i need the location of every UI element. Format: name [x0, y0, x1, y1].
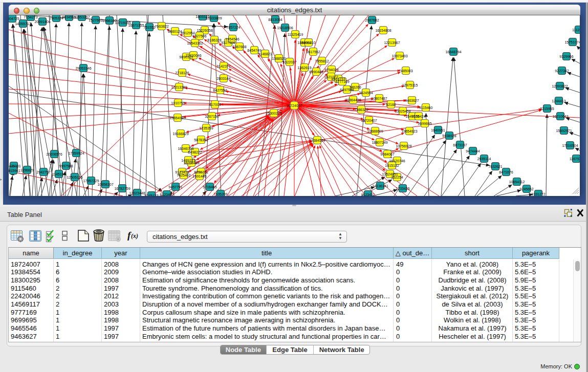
svg-text:8990410: 8990410: [301, 41, 315, 45]
svg-text:9331272: 9331272: [531, 192, 545, 196]
svg-text:17957225: 17957225: [83, 179, 99, 183]
svg-text:20691406: 20691406: [34, 20, 50, 24]
svg-text:29053346: 29053346: [75, 67, 91, 70]
svg-text:16543362: 16543362: [187, 41, 203, 45]
svg-text:10654112: 10654112: [509, 180, 525, 184]
svg-text:8435001: 8435001: [9, 164, 21, 168]
svg-text:9617552: 9617552: [306, 50, 320, 54]
svg-text:11325419: 11325419: [288, 33, 303, 36]
svg-text:7154273: 7154273: [24, 15, 37, 19]
svg-text:9997588: 9997588: [59, 164, 73, 168]
svg-text:9474444: 9474444: [466, 149, 480, 153]
svg-text:16046756: 16046756: [178, 147, 193, 150]
svg-text:1010755: 1010755: [171, 101, 185, 105]
svg-text:1954546: 1954546: [225, 37, 239, 41]
svg-text:12093822: 12093822: [552, 84, 568, 88]
svg-text:1615132: 1615132: [385, 164, 399, 167]
svg-text:18807249: 18807249: [372, 141, 387, 144]
svg-text:1733426: 1733426: [396, 187, 409, 190]
svg-text:1156829: 1156829: [20, 168, 34, 172]
svg-text:1588520: 1588520: [272, 57, 286, 60]
svg-text:9142371: 9142371: [216, 64, 230, 68]
svg-text:19166829: 19166829: [172, 132, 188, 136]
svg-text:1803125: 1803125: [195, 15, 209, 18]
svg-text:9146821: 9146821: [258, 52, 272, 56]
svg-text:9156424: 9156424: [411, 115, 425, 118]
svg-text:10025458: 10025458: [395, 110, 410, 113]
svg-text:8471676: 8471676: [499, 170, 513, 174]
svg-text:9699695: 9699695: [418, 122, 431, 125]
svg-text:62160: 62160: [386, 103, 396, 106]
svg-text:2367608: 2367608: [232, 45, 246, 49]
svg-text:9327506: 9327506: [192, 34, 206, 38]
svg-text:15226058: 15226058: [197, 29, 212, 32]
svg-text:6794028: 6794028: [324, 68, 338, 72]
svg-text:2087682: 2087682: [365, 18, 379, 22]
svg-text:1691446: 1691446: [192, 174, 206, 178]
svg-text:417004: 417004: [209, 103, 221, 106]
svg-text:7986322: 7986322: [354, 108, 368, 112]
svg-text:10958107: 10958107: [97, 183, 113, 186]
svg-text:16210643: 16210643: [552, 115, 568, 118]
svg-text:5878352: 5878352: [194, 138, 208, 142]
svg-text:8427552: 8427552: [213, 89, 227, 92]
svg-text:1112843: 1112843: [572, 28, 580, 32]
svg-text:9084067: 9084067: [380, 152, 394, 156]
svg-text:8454749: 8454749: [247, 49, 261, 52]
svg-text:1235359: 1235359: [199, 126, 213, 130]
svg-text:7485003: 7485003: [399, 69, 412, 73]
svg-text:9329966: 9329966: [559, 55, 573, 58]
svg-text:(x): (x): [131, 232, 138, 239]
svg-text:16648794: 16648794: [445, 50, 461, 54]
svg-text:9463627: 9463627: [405, 99, 419, 102]
svg-text:12213967: 12213967: [384, 41, 400, 45]
svg-text:6873197: 6873197: [453, 143, 467, 147]
svg-text:19654923: 19654923: [401, 129, 417, 133]
svg-text:19654985: 19654985: [169, 116, 185, 120]
svg-text:10653267: 10653267: [74, 15, 90, 19]
svg-text:14055713: 14055713: [15, 22, 31, 26]
svg-text:17016504: 17016504: [562, 144, 578, 147]
svg-text:8215955: 8215955: [540, 107, 554, 111]
svg-text:9245123: 9245123: [144, 194, 158, 196]
svg-text:2803144: 2803144: [216, 77, 230, 80]
svg-text:5322037: 5322037: [282, 60, 296, 64]
svg-text:1527602: 1527602: [89, 18, 102, 22]
svg-text:10807487: 10807487: [371, 97, 387, 100]
svg-text:10756928: 10756928: [396, 144, 411, 148]
svg-text:9327508: 9327508: [221, 41, 235, 45]
svg-text:7635209: 7635209: [213, 192, 227, 196]
svg-text:8123407: 8123407: [160, 193, 173, 196]
svg-text:16120746: 16120746: [389, 159, 405, 163]
svg-text:8186328: 8186328: [207, 38, 221, 42]
svg-text:1244413: 1244413: [552, 99, 565, 103]
svg-text:7625402: 7625402: [177, 173, 190, 177]
svg-text:6497568: 6497568: [340, 88, 354, 92]
svg-text:12213389: 12213389: [171, 85, 187, 89]
svg-text:12505135: 12505135: [67, 176, 82, 179]
svg-text:8990448: 8990448: [309, 70, 323, 74]
svg-text:10973493: 10973493: [391, 54, 407, 58]
svg-text:14136141: 14136141: [372, 184, 388, 188]
svg-text:8660124: 8660124: [168, 30, 182, 33]
svg-text:20206576: 20206576: [46, 152, 62, 156]
svg-text:7663822: 7663822: [155, 25, 168, 28]
svg-text:9115460: 9115460: [419, 106, 433, 110]
svg-text:2935114: 2935114: [477, 157, 491, 161]
svg-text:18724007: 18724007: [286, 104, 302, 107]
svg-text:1167533: 1167533: [570, 157, 580, 161]
svg-text:3267150: 3267150: [205, 115, 219, 118]
svg-text:2905334: 2905334: [49, 16, 63, 20]
svg-text:19384554: 19384554: [309, 139, 325, 142]
svg-text:5716485: 5716485: [203, 185, 216, 189]
svg-text:1640951: 1640951: [431, 128, 445, 132]
svg-text:17359924: 17359924: [68, 151, 84, 155]
svg-text:10688609: 10688609: [367, 129, 383, 133]
svg-text:1304725: 1304725: [9, 17, 19, 20]
svg-text:7955812: 7955812: [315, 59, 329, 63]
svg-text:3915941: 3915941: [9, 169, 20, 172]
svg-text:7857224: 7857224: [226, 26, 240, 29]
svg-text:8813054: 8813054: [268, 18, 282, 21]
svg-text:12975115: 12975115: [402, 83, 418, 87]
svg-text:22420046: 22420046: [185, 54, 201, 57]
